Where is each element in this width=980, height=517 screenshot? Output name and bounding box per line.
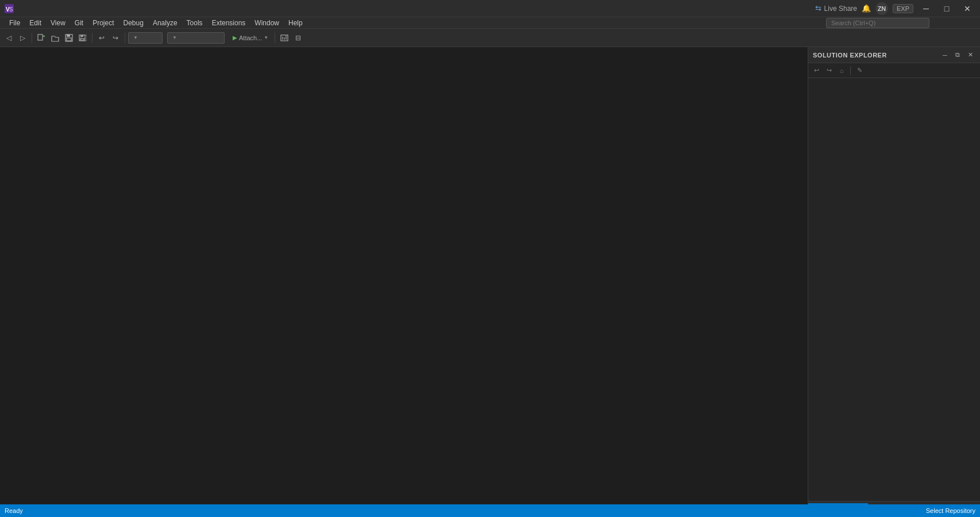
toolbar-btn-extra1[interactable]	[278, 32, 291, 44]
toolbar-new-project[interactable]	[35, 32, 48, 44]
toolbar-sep2	[92, 33, 92, 43]
status-bar: Ready Select Repository	[0, 504, 980, 517]
solution-home-btn[interactable]: ⌂	[836, 65, 847, 76]
solution-body	[808, 78, 980, 501]
sol-toolbar-sep	[850, 66, 851, 75]
toolbar-btn-extra2[interactable]: ⊟	[292, 32, 304, 44]
dropdown1-arrow: ▼	[133, 35, 138, 40]
app-icon: V S	[5, 4, 14, 13]
solution-pin-button[interactable]: ─	[940, 50, 950, 60]
title-bar: V S ⇆ Live Share 🔔 ZN EXP ─ □ ✕	[0, 0, 980, 17]
minimize-button[interactable]: ─	[918, 3, 934, 14]
solution-float-button[interactable]: ⧉	[952, 50, 963, 60]
dropdown2-arrow: ▼	[172, 35, 177, 40]
main-layout: Solution Explorer ─ ⧉ ✕ ↩ ↪ ⌂ ✎ Solution…	[0, 47, 980, 516]
menu-row: File Edit View Git Project Debug Analyze…	[0, 17, 980, 29]
svg-rect-3	[38, 34, 43, 40]
menu-extensions[interactable]: Extensions	[207, 18, 250, 28]
toolbar-dropdown2[interactable]: ▼	[167, 32, 225, 44]
toolbar-undo[interactable]: ↩	[95, 32, 108, 44]
play-icon: ▶	[233, 34, 237, 41]
solution-back-btn[interactable]: ↩	[811, 65, 822, 76]
solution-forward-btn[interactable]: ↪	[823, 65, 835, 76]
liveshare-button[interactable]: ⇆ Live Share	[815, 4, 857, 13]
menu-tools[interactable]: Tools	[182, 18, 207, 28]
content-area	[0, 47, 808, 516]
menu-debug[interactable]: Debug	[119, 18, 148, 28]
toolbar: ◁ ▷ ↩ ↪ ▼ ▼ ▶ Attach... ▼ ⊟	[0, 29, 980, 47]
liveshare-label: Live Share	[824, 5, 857, 13]
solution-settings-btn[interactable]: ✎	[854, 65, 865, 76]
search-box[interactable]: Search (Ctrl+Q)	[826, 18, 929, 28]
svg-rect-7	[67, 34, 70, 37]
toolbar-forward[interactable]: ▷	[16, 32, 29, 44]
toolbar-back[interactable]: ◁	[2, 32, 15, 44]
restore-button[interactable]: □	[939, 3, 955, 14]
user-badge[interactable]: ZN	[875, 2, 888, 15]
solution-toolbar: ↩ ↪ ⌂ ✎	[808, 63, 980, 78]
menu-help[interactable]: Help	[284, 18, 307, 28]
solution-panel: Solution Explorer ─ ⧉ ✕ ↩ ↪ ⌂ ✎ Solution…	[808, 47, 980, 516]
menu-git[interactable]: Git	[70, 18, 88, 28]
status-right: Select Repository	[926, 507, 975, 514]
toolbar-save[interactable]	[63, 32, 75, 44]
svg-rect-8	[67, 38, 71, 41]
attach-dropdown-arrow: ▼	[264, 35, 268, 40]
notification-icon[interactable]: 🔔	[862, 4, 871, 13]
close-button[interactable]: ✕	[959, 3, 975, 14]
menu-edit[interactable]: Edit	[25, 18, 46, 28]
menu-view[interactable]: View	[46, 18, 70, 28]
toolbar-redo[interactable]: ↪	[109, 32, 122, 44]
menu-project[interactable]: Project	[88, 18, 118, 28]
status-ready[interactable]: Ready	[5, 507, 23, 514]
svg-text:S: S	[9, 6, 13, 13]
toolbar-sep4	[275, 33, 275, 43]
solution-explorer-header: Solution Explorer ─ ⧉ ✕	[808, 47, 980, 63]
menu-file[interactable]: File	[5, 18, 25, 28]
toolbar-sep3	[125, 33, 125, 43]
title-bar-right: ⇆ Live Share 🔔 ZN EXP ─ □ ✕	[815, 2, 975, 15]
toolbar-open[interactable]	[49, 32, 61, 44]
menu-analyze[interactable]: Analyze	[148, 18, 182, 28]
exp-badge[interactable]: EXP	[893, 4, 913, 13]
status-select-repository[interactable]: Select Repository	[926, 507, 975, 514]
liveshare-icon: ⇆	[815, 4, 821, 13]
status-left: Ready	[5, 507, 23, 514]
toolbar-save-all[interactable]	[76, 32, 89, 44]
solution-header-icons: ─ ⧉ ✕	[940, 50, 975, 60]
title-bar-left: V S	[5, 4, 21, 13]
solution-explorer-title: Solution Explorer	[813, 52, 887, 59]
menu-window[interactable]: Window	[250, 18, 284, 28]
solution-close-button[interactable]: ✕	[965, 50, 975, 60]
toolbar-dropdown1[interactable]: ▼	[128, 32, 163, 44]
toolbar-sep1	[32, 33, 32, 43]
attach-button[interactable]: ▶ Attach... ▼	[229, 32, 272, 44]
attach-label: Attach...	[239, 34, 262, 41]
